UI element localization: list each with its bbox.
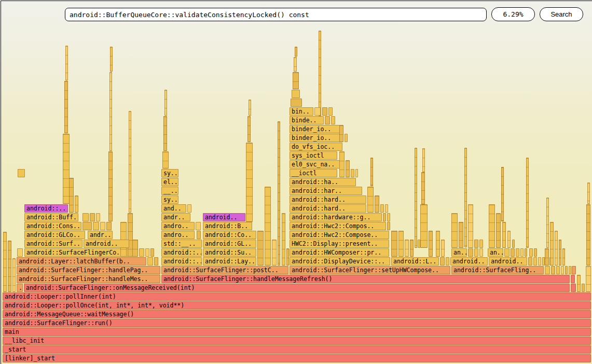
flame-frame-bar[interactable] — [533, 257, 537, 265]
flame-frame-bar[interactable] — [257, 231, 264, 265]
flame-frame[interactable]: android.. — [489, 257, 527, 265]
flame-frame-bar[interactable] — [577, 275, 581, 292]
flame-frame-bar[interactable] — [551, 266, 555, 274]
flame-frame-bar[interactable] — [163, 116, 167, 151]
flame-frame-bar[interactable] — [18, 169, 25, 177]
flame-frame-bar[interactable] — [420, 204, 428, 248]
flame-frame-bar[interactable] — [383, 213, 386, 221]
flame-frame-bar[interactable] — [69, 178, 74, 213]
flame-frame[interactable]: andro.. — [161, 231, 195, 239]
flame-frame-bar[interactable] — [429, 231, 433, 257]
flame-frame-bar[interactable] — [525, 248, 527, 257]
flame-frame[interactable]: binde.. — [290, 116, 324, 124]
flame-frame[interactable]: el0_svc_na.. — [290, 160, 342, 169]
flame-frame-bar[interactable] — [586, 266, 591, 292]
flame-frame-bar[interactable] — [555, 231, 558, 265]
flame-frame-bar[interactable] — [385, 204, 388, 213]
flame-frame[interactable]: HWC2::Display::present.. — [290, 240, 389, 248]
flame-frame-bar[interactable] — [295, 47, 297, 57]
flame-frame-bar[interactable] — [75, 195, 78, 213]
flame-frame-bar[interactable] — [507, 231, 511, 248]
flame-frame-bar[interactable] — [197, 231, 201, 239]
flame-frame-bar[interactable] — [145, 248, 149, 257]
flame-frame-bar[interactable] — [538, 257, 541, 265]
flame-frame-bar[interactable] — [108, 151, 113, 221]
flame-frame[interactable]: sy.. — [161, 169, 178, 177]
flame-frame[interactable]: android::Cons.. — [24, 222, 81, 230]
flame-frame[interactable]: android::SurfaceFlinger::handleMes.. — [17, 275, 160, 283]
flame-frame-bar[interactable] — [292, 90, 300, 98]
flame-frame-bar[interactable] — [187, 204, 191, 213]
flame-frame-bar[interactable] — [139, 248, 144, 257]
flame-frame[interactable]: android::hard.. — [290, 204, 366, 213]
flame-frame-bar[interactable] — [440, 257, 445, 265]
flame-frame[interactable]: android::HWComposer::pr.. — [290, 248, 389, 257]
flame-frame-bar[interactable] — [586, 204, 590, 265]
flame-frame-bar[interactable] — [319, 31, 321, 116]
flame-frame-bar[interactable] — [147, 257, 153, 265]
flame-frame-bar[interactable] — [545, 266, 550, 274]
flame-frame-bar[interactable] — [367, 187, 374, 213]
flame-frame-bar[interactable] — [8, 241, 11, 292]
search-input[interactable] — [65, 8, 487, 21]
flame-frame-bar[interactable] — [545, 248, 549, 265]
flame-frame-bar[interactable] — [561, 266, 564, 274]
flame-frame-bar[interactable] — [529, 248, 533, 257]
flame-frame-bar[interactable] — [441, 240, 445, 257]
flame-frame[interactable]: andr.. — [161, 213, 190, 221]
flame-frame-bar[interactable] — [468, 248, 473, 257]
flame-frame-bar[interactable] — [528, 257, 532, 265]
flame-frame-bar[interactable] — [278, 121, 280, 265]
flame-frame[interactable]: android::Looper::pollInner(int) — [3, 292, 591, 301]
flame-frame-bar[interactable] — [128, 213, 133, 257]
flame-frame-bar[interactable] — [93, 222, 99, 230]
flame-frame-bar[interactable] — [82, 222, 92, 230]
flame-frame-bar[interactable] — [154, 257, 158, 265]
flame-frame[interactable]: android::GLCo.. — [24, 231, 85, 239]
flame-frame-bar[interactable] — [446, 257, 449, 265]
flame-frame-bar[interactable] — [249, 100, 251, 116]
flame-frame[interactable]: android::GL.. — [203, 240, 256, 248]
flame-frame-bar[interactable] — [474, 240, 478, 248]
flame-frame[interactable]: android::SurfaceFlinger::handlePag.. — [17, 266, 160, 274]
flame-frame[interactable]: _start — [3, 345, 591, 354]
flame-frame-bar[interactable] — [391, 231, 397, 257]
flame-frame-bar[interactable] — [526, 158, 529, 248]
flame-frame-bar[interactable] — [451, 213, 458, 248]
flame-frame-bar[interactable] — [100, 222, 105, 230]
flame-frame[interactable]: binder_io.. — [290, 125, 340, 133]
flame-frame[interactable]: android::Co.. — [203, 231, 256, 239]
flame-frame-bar[interactable] — [502, 222, 506, 248]
flame-frame-bar[interactable] — [291, 99, 302, 107]
flame-frame-bar[interactable] — [559, 240, 561, 265]
flame-frame-bar[interactable] — [286, 248, 289, 265]
flame-frame-bar[interactable] — [150, 248, 154, 257]
flame-frame[interactable]: . — [17, 284, 23, 292]
flame-frame[interactable]: andro.. — [161, 222, 195, 230]
flame-frame-bar[interactable] — [96, 213, 100, 221]
flame-frame-bar[interactable] — [109, 72, 112, 151]
flame-frame-bar[interactable] — [345, 134, 348, 142]
flame-frame-bar[interactable] — [556, 266, 560, 274]
flame-frame-bar[interactable] — [582, 284, 585, 292]
flame-frame[interactable]: android.. — [450, 257, 488, 265]
flame-frame[interactable]: android::Su.. — [203, 248, 256, 257]
flame-frame-bar[interactable] — [339, 125, 343, 142]
flame-frame-bar[interactable] — [247, 116, 251, 142]
flame-frame-bar[interactable] — [501, 167, 504, 221]
match-percentage-button[interactable]: 6.29% — [491, 7, 535, 21]
flame-frame[interactable]: android::har.. — [290, 187, 362, 195]
flame-frame[interactable]: android::ha.. — [290, 178, 356, 186]
flame-frame[interactable]: android.. — [84, 240, 129, 248]
flame-frame[interactable]: android::hardware::g.. — [290, 213, 382, 221]
flame-frame-bar[interactable] — [387, 222, 390, 230]
flame-frame[interactable]: android::B.. — [203, 222, 252, 230]
flame-frame-bar[interactable] — [405, 240, 409, 257]
flame-frame-bar[interactable] — [479, 248, 483, 257]
flame-frame[interactable]: android::Looper::pollOnce(int, int*, int… — [3, 301, 591, 310]
flame-frame[interactable]: and.. — [161, 204, 186, 213]
flame-frame[interactable]: el.. — [161, 178, 178, 186]
flame-frame[interactable]: android::.. — [24, 204, 68, 213]
flame-frame-bar[interactable] — [370, 158, 373, 186]
flame-frame[interactable]: [linker]_start — [3, 354, 591, 362]
